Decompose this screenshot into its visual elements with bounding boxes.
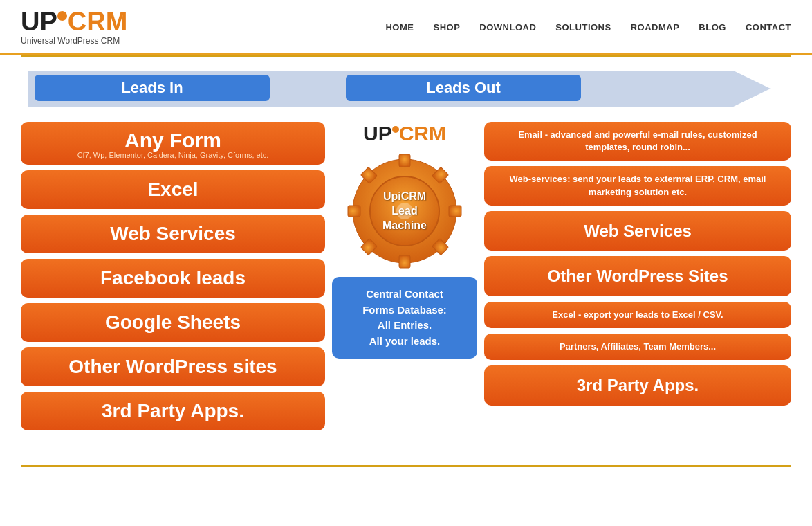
email-button[interactable]: Email - advanced and powerful e-mail rul…	[484, 122, 791, 161]
center-logo: UPCRM	[363, 122, 446, 145]
nav-solutions[interactable]: SOLUTIONS	[555, 22, 611, 33]
other-wp-sites-button[interactable]: Other WordPress sites	[21, 347, 325, 386]
web-services-button[interactable]: Web Services	[21, 215, 325, 253]
footer-gold-line	[21, 465, 791, 467]
svg-rect-5	[399, 255, 410, 268]
gear-machine: UpiCRMLeadMachine	[346, 152, 463, 270]
svg-rect-7	[348, 206, 360, 217]
site-header: UPCRM Universal WordPress CRM HOME SHOP …	[0, 0, 812, 55]
nav-home[interactable]: HOME	[385, 22, 414, 33]
main-nav: HOME SHOP DOWNLOAD SOLUTIONS ROADMAP BLO…	[385, 22, 791, 33]
nav-download[interactable]: DOWNLOAD	[479, 22, 536, 33]
logo-upi: UP	[21, 7, 68, 36]
nav-roadmap[interactable]: ROADMAP	[631, 22, 680, 33]
web-services-r-button[interactable]: Web Services	[484, 211, 791, 251]
leads-in-label: Leads In	[35, 75, 270, 101]
arrow-labels: Leads In Leads Out	[28, 71, 771, 105]
any-form-label: Any Form	[124, 129, 221, 152]
leads-out-label: Leads Out	[346, 75, 581, 101]
center-logo-crm: CRM	[399, 122, 446, 145]
logo-subtitle: Universal WordPress CRM	[21, 36, 120, 46]
3rd-party-apps-r-label: 3rd Party Apps.	[577, 376, 699, 394]
excel-r-button[interactable]: Excel - export your leads to Excel / CSV…	[484, 302, 791, 328]
logo-area: UPCRM Universal WordPress CRM	[21, 8, 127, 46]
nav-shop[interactable]: SHOP	[433, 22, 460, 33]
main-content: Leads In Leads Out Any Form Cf7, Wp, Ele…	[0, 57, 812, 451]
gear-text: UpiCRMLeadMachine	[382, 190, 427, 233]
excel-label: Excel	[147, 179, 198, 200]
nav-blog[interactable]: BLOG	[699, 22, 726, 33]
google-sheets-label: Google Sheets	[105, 311, 241, 333]
any-form-button[interactable]: Any Form Cf7, Wp, Elementor, Caldera, Ni…	[21, 122, 325, 165]
facebook-leads-label: Facebook leads	[100, 267, 246, 289]
excel-button[interactable]: Excel	[21, 170, 325, 209]
partners-button[interactable]: Partners, Affiliates, Team Members...	[484, 334, 791, 360]
3rd-party-apps-r-button[interactable]: 3rd Party Apps.	[484, 365, 791, 406]
other-wp-sites-r-button[interactable]: Other WordPress Sites	[484, 256, 791, 296]
web-services-r-label: Web Services	[584, 221, 692, 240]
3rd-party-apps-button[interactable]: 3rd Party Apps.	[21, 392, 325, 430]
web-services-desc-button[interactable]: Web-services: send your leads to externr…	[484, 166, 791, 205]
central-db-box: Central ContactForms Database:All Entrie…	[332, 277, 477, 359]
facebook-leads-button[interactable]: Facebook leads	[21, 259, 325, 298]
3rd-party-apps-label: 3rd Party Apps.	[102, 400, 244, 421]
columns-layout: Any Form Cf7, Wp, Elementor, Caldera, Ni…	[21, 122, 791, 430]
logo-crm: CRM	[68, 7, 128, 36]
web-services-label: Web Services	[110, 223, 236, 244]
svg-rect-3	[449, 206, 461, 217]
right-column: Email - advanced and powerful e-mail rul…	[484, 122, 791, 406]
center-logo-upi: UP	[363, 122, 399, 145]
logo: UPCRM	[21, 8, 127, 35]
partners-label: Partners, Affiliates, Team Members...	[560, 341, 716, 352]
central-db-text: Central ContactForms Database:All Entrie…	[362, 288, 447, 347]
email-label: Email - advanced and powerful e-mail rul…	[518, 129, 757, 152]
left-column: Any Form Cf7, Wp, Elementor, Caldera, Ni…	[21, 122, 325, 430]
any-form-subtitle: Cf7, Wp, Elementor, Caldera, Ninja, Grav…	[32, 151, 314, 162]
svg-rect-1	[399, 154, 410, 167]
other-wp-sites-r-label: Other WordPress Sites	[548, 266, 728, 285]
arrow-header: Leads In Leads Out	[28, 71, 771, 105]
excel-r-label: Excel - export your leads to Excel / CSV…	[552, 309, 723, 320]
google-sheets-button[interactable]: Google Sheets	[21, 303, 325, 342]
nav-contact[interactable]: CONTACT	[746, 22, 791, 33]
web-services-desc-label: Web-services: send your leads to externr…	[510, 174, 766, 197]
center-column: UPCRM	[325, 122, 484, 359]
other-wp-sites-label: Other WordPress sites	[68, 356, 277, 377]
